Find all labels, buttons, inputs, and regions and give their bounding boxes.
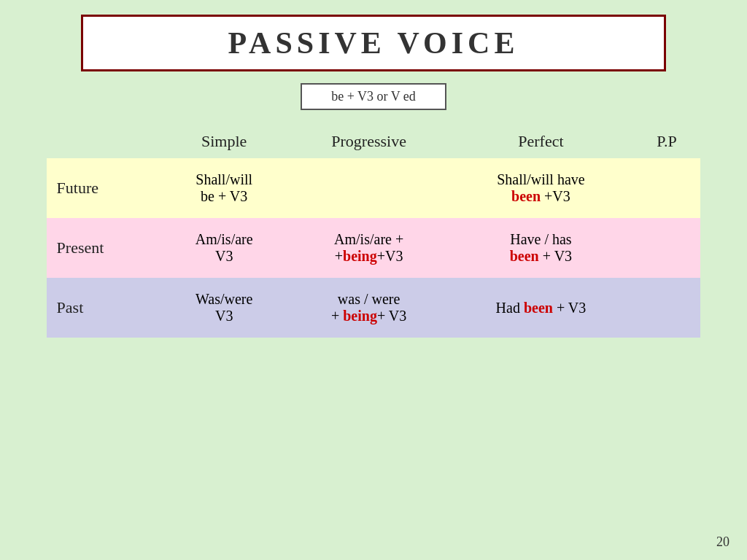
past-perfect-been: been bbox=[524, 300, 553, 316]
title-box: PASSIVE VOICE bbox=[81, 15, 666, 71]
present-label: Present bbox=[47, 218, 160, 278]
future-pp bbox=[633, 158, 701, 218]
col-header-progressive: Progressive bbox=[289, 125, 449, 158]
past-pp bbox=[633, 278, 701, 338]
subtitle-text: be + V3 or V ed bbox=[331, 89, 416, 104]
present-perfect: Have / hasbeen + V3 bbox=[449, 218, 633, 278]
past-perfect: Had been + V3 bbox=[449, 278, 633, 338]
table-container: Simple Progressive Perfect P.P Future Sh… bbox=[47, 125, 701, 338]
col-header-perfect: Perfect bbox=[449, 125, 633, 158]
present-progressive-being: being bbox=[343, 248, 377, 264]
table-row-past: Past Was/wereV3 was / were+ being+ V3 Ha… bbox=[47, 278, 701, 338]
col-header-blank bbox=[47, 125, 160, 158]
present-pp bbox=[633, 218, 701, 278]
passive-voice-table: Simple Progressive Perfect P.P Future Sh… bbox=[47, 125, 701, 338]
present-perfect-been: been bbox=[510, 248, 539, 264]
future-perfect-been: been bbox=[511, 188, 541, 204]
col-header-pp: P.P bbox=[633, 125, 701, 158]
future-perfect: Shall/will havebeen +V3 bbox=[449, 158, 633, 218]
table-row-future: Future Shall/willbe + V3 Shall/will have… bbox=[47, 158, 701, 218]
future-label: Future bbox=[47, 158, 160, 218]
present-progressive: Am/is/are ++being+V3 bbox=[289, 218, 449, 278]
past-progressive-being: being bbox=[343, 308, 377, 324]
table-header-row: Simple Progressive Perfect P.P bbox=[47, 125, 701, 158]
col-header-simple: Simple bbox=[159, 125, 289, 158]
table-row-present: Present Am/is/areV3 Am/is/are ++being+V3… bbox=[47, 218, 701, 278]
subtitle-box: be + V3 or V ed bbox=[301, 83, 446, 110]
past-simple: Was/wereV3 bbox=[159, 278, 289, 338]
future-simple: Shall/willbe + V3 bbox=[159, 158, 289, 218]
future-progressive bbox=[289, 158, 449, 218]
page-title: PASSIVE VOICE bbox=[228, 26, 519, 60]
page-number: 20 bbox=[716, 534, 729, 550]
past-label: Past bbox=[47, 278, 160, 338]
past-progressive: was / were+ being+ V3 bbox=[289, 278, 449, 338]
present-simple: Am/is/areV3 bbox=[159, 218, 289, 278]
